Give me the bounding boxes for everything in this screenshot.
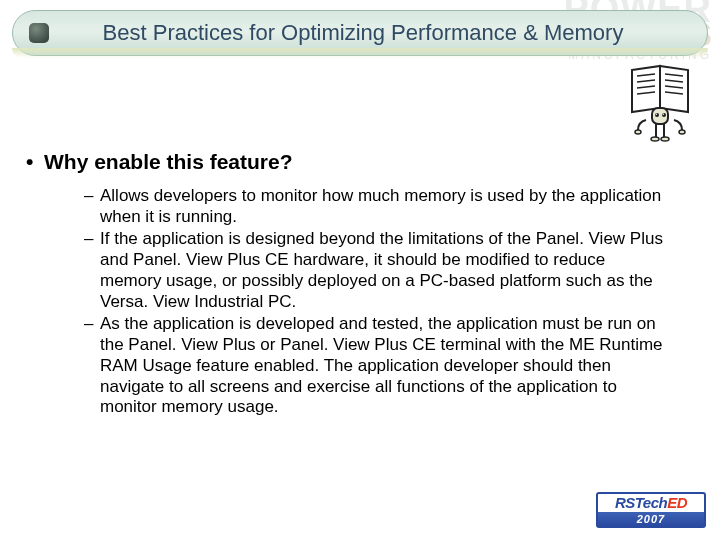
list-item: As the application is developed and test… bbox=[84, 314, 670, 418]
slide-title: Best Practices for Optimizing Performanc… bbox=[49, 20, 707, 46]
footer-logo-brand: RSTechED bbox=[598, 494, 704, 512]
content-body: Why enable this feature? Allows develope… bbox=[44, 150, 670, 420]
list-item: Allows developers to monitor how much me… bbox=[84, 186, 670, 227]
footer-logo: RSTechED 2007 bbox=[596, 492, 706, 528]
footer-logo-year: 2007 bbox=[598, 512, 704, 526]
footer-brand-right: ED bbox=[667, 494, 687, 511]
svg-point-11 bbox=[656, 114, 657, 115]
title-bar: Best Practices for Optimizing Performanc… bbox=[12, 10, 708, 56]
svg-point-17 bbox=[651, 137, 659, 141]
book-character-icon bbox=[626, 62, 696, 142]
svg-point-9 bbox=[655, 113, 659, 117]
title-bullet-icon bbox=[29, 23, 49, 43]
bullet-list: Allows developers to monitor how much me… bbox=[84, 186, 670, 418]
footer-brand-left: RSTech bbox=[615, 494, 667, 511]
svg-point-14 bbox=[679, 130, 685, 134]
svg-point-10 bbox=[662, 113, 666, 117]
svg-point-13 bbox=[635, 130, 641, 134]
lead-question: Why enable this feature? bbox=[44, 150, 670, 174]
svg-point-18 bbox=[661, 137, 669, 141]
svg-point-12 bbox=[663, 114, 664, 115]
list-item: If the application is designed beyond th… bbox=[84, 229, 670, 312]
slide: POWER BUSINESS MANUFACTURING Best Practi… bbox=[0, 0, 720, 540]
